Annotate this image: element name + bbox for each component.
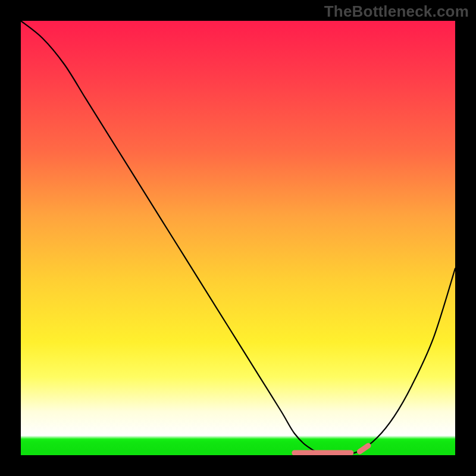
curve-overlay xyxy=(21,21,455,455)
watermark-text: TheBottleneck.com xyxy=(324,2,469,21)
bottleneck-curve xyxy=(21,21,455,455)
plot-area xyxy=(21,21,455,455)
chart-frame: TheBottleneck.com xyxy=(0,0,476,476)
bottleneck-right-tick xyxy=(359,446,368,452)
